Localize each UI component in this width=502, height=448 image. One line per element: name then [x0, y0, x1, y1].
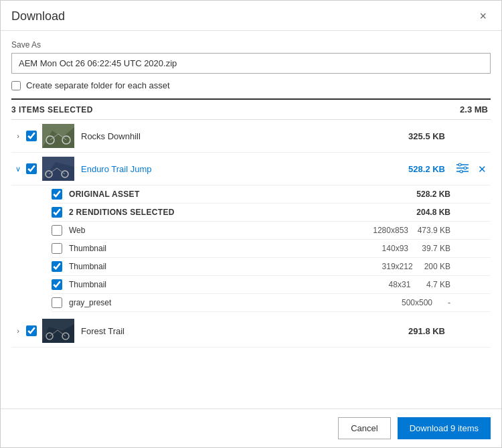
asset-actions-enduro: ✕	[450, 161, 491, 177]
asset-thumb-rocks	[42, 124, 74, 148]
sub-dim-thumb3: 48x31	[373, 280, 426, 289]
sub-size-thumb2: 200 KB	[424, 262, 491, 271]
sub-checkbox-web[interactable]	[52, 225, 62, 236]
sub-label-thumb3: Thumbnail	[69, 280, 373, 289]
sub-size-web: 473.9 KB	[418, 226, 491, 235]
expand-forest-button[interactable]: ›	[11, 327, 25, 335]
items-selected-label: 3 ITEMS SELECTED	[11, 105, 93, 115]
sub-checkbox-thumb3[interactable]	[52, 279, 62, 290]
sub-row-thumb1: Thumbnail 140x93 39.7 KB	[52, 240, 491, 258]
asset-name-enduro: Enduro Trail Jump	[81, 164, 397, 174]
asset-thumb-forest	[42, 319, 74, 343]
sub-row-original: ORIGINAL ASSET 528.2 KB	[52, 185, 491, 204]
asset-size-forest: 291.8 KB	[397, 326, 450, 336]
cancel-button[interactable]: Cancel	[338, 417, 390, 439]
dialog-footer: Cancel Download 9 items	[1, 408, 501, 447]
sub-row-web: Web 1280x853 473.9 KB	[52, 222, 491, 240]
enduro-sub-items: ORIGINAL ASSET 528.2 KB 2 RENDITIONS SEL…	[11, 185, 491, 312]
sub-size-original: 528.2 KB	[416, 190, 491, 199]
asset-row-rocks: › Rocks Downhill 325.5 KB	[11, 120, 491, 153]
asset-checkbox-rocks[interactable]	[26, 131, 37, 141]
asset-thumb-enduro	[42, 157, 74, 181]
filter-icon-button[interactable]	[455, 161, 470, 177]
sub-checkbox-gray[interactable]	[52, 297, 62, 308]
asset-name-forest: Forest Trail	[81, 326, 397, 336]
dialog-header: Download ×	[1, 1, 501, 31]
sub-dim-thumb2: 319x212	[371, 262, 424, 271]
download-button[interactable]: Download 9 items	[398, 417, 491, 439]
sub-label-thumb1: Thumbnail	[69, 244, 368, 253]
save-as-input[interactable]	[11, 53, 491, 74]
sub-checkbox-thumb1[interactable]	[52, 243, 62, 254]
asset-checkbox-enduro[interactable]	[26, 163, 37, 174]
asset-size-enduro: 528.2 KB	[397, 164, 450, 174]
sub-checkbox-renditions[interactable]	[52, 207, 62, 218]
sub-dim-web: 1280x853	[364, 226, 418, 235]
items-total-size: 2.3 MB	[460, 104, 491, 115]
sub-row-thumb2: Thumbnail 319x212 200 KB	[52, 258, 491, 276]
remove-enduro-button[interactable]: ✕	[477, 163, 488, 175]
sub-label-web: Web	[69, 226, 364, 235]
asset-size-rocks: 325.5 KB	[397, 131, 450, 141]
sub-label-gray: gray_preset	[69, 298, 390, 307]
close-button[interactable]: ×	[475, 9, 491, 23]
asset-list: › Rocks Downhill 325.5 KB	[11, 120, 491, 399]
svg-point-16	[464, 167, 467, 169]
sub-dim-thumb1: 140x93	[368, 244, 422, 253]
sub-size-renditions: 204.8 KB	[416, 208, 491, 217]
asset-name-rocks: Rocks Downhill	[81, 131, 397, 141]
sub-checkbox-thumb2[interactable]	[52, 261, 62, 272]
sub-row-thumb3: Thumbnail 48x31 4.7 KB	[52, 276, 491, 294]
sub-label-original: ORIGINAL ASSET	[69, 190, 363, 199]
sub-row-gray: gray_preset 500x500 -	[52, 294, 491, 312]
sub-checkbox-original[interactable]	[52, 189, 62, 200]
svg-point-17	[460, 170, 463, 173]
items-header: 3 ITEMS SELECTED 2.3 MB	[11, 98, 491, 120]
sub-size-gray: -	[444, 298, 491, 307]
sub-label-renditions: 2 RENDITIONS SELECTED	[69, 208, 363, 217]
dialog-title: Download	[11, 9, 65, 23]
sub-dim-gray: 500x500	[390, 298, 444, 307]
download-dialog: Download × Save As Create separate folde…	[0, 0, 502, 448]
save-as-label: Save As	[11, 40, 491, 50]
folder-option-row: Create separate folder for each asset	[11, 80, 491, 90]
sub-label-thumb2: Thumbnail	[69, 262, 371, 271]
asset-row-enduro: ∨ Enduro Trail Jump 528.2 KB	[11, 153, 491, 185]
sub-size-thumb3: 4.7 KB	[426, 280, 491, 289]
sub-size-thumb1: 39.7 KB	[422, 244, 491, 253]
svg-point-15	[458, 163, 461, 166]
expand-enduro-button[interactable]: ∨	[11, 165, 25, 173]
folder-option-label: Create separate folder for each asset	[26, 80, 170, 90]
sub-row-renditions: 2 RENDITIONS SELECTED 204.8 KB	[52, 204, 491, 222]
asset-checkbox-forest[interactable]	[26, 325, 37, 336]
expand-rocks-button[interactable]: ›	[11, 132, 25, 140]
asset-row-forest: › Forest Trail 291.8 KB	[11, 315, 491, 348]
folder-checkbox[interactable]	[11, 81, 21, 90]
dialog-body: Save As Create separate folder for each …	[1, 31, 501, 408]
